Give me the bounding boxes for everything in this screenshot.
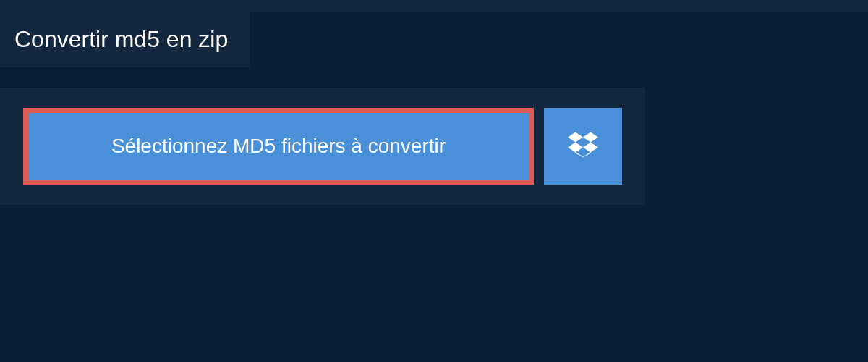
- tab-container: Convertir md5 en zip: [0, 12, 868, 67]
- dropbox-button[interactable]: [544, 108, 622, 185]
- select-files-label: Sélectionnez MD5 fichiers à convertir: [111, 135, 446, 158]
- tab-title: Convertir md5 en zip: [14, 26, 228, 52]
- dropbox-icon: [568, 130, 598, 163]
- upload-panel: Sélectionnez MD5 fichiers à convertir: [0, 88, 645, 205]
- tab-convert[interactable]: Convertir md5 en zip: [0, 12, 250, 67]
- top-accent-bar: [0, 0, 868, 12]
- select-files-button[interactable]: Sélectionnez MD5 fichiers à convertir: [23, 108, 534, 185]
